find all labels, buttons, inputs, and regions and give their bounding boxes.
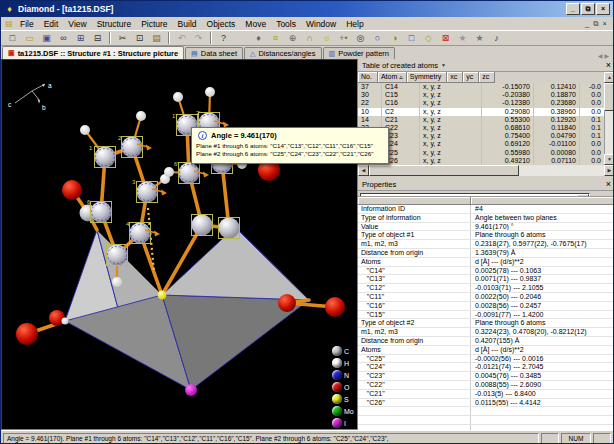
document-tab[interactable]: ▣ ta1215.DSF :: Structure #1 : Structure…: [2, 46, 184, 59]
atom-table-row[interactable]: 23 C22 x, y, z 0.68610 0.11840 0.1: [358, 124, 604, 132]
structure-tool-button[interactable]: ★: [454, 31, 471, 45]
doc-minimize-button[interactable]: _: [585, 19, 589, 29]
menu-item[interactable]: Structure: [92, 19, 137, 29]
menu-item[interactable]: Picture: [136, 19, 172, 29]
menu-item[interactable]: Help: [341, 19, 368, 29]
structure-tool-button[interactable]: ☼: [318, 31, 335, 45]
document-tab[interactable]: ▥ Powder pattern: [323, 47, 396, 59]
scroll-left-icon[interactable]: ◀: [358, 165, 369, 176]
atom-table-row[interactable]: 37 C14 x, y, z -0.15070 0.12410 -0.0: [358, 83, 604, 91]
structure-tool-button[interactable]: ⊕: [284, 31, 301, 45]
structure-tool-button[interactable]: ∩: [301, 31, 318, 45]
column-header[interactable]: No.: [358, 72, 378, 83]
structure-picture-view[interactable]: a b c: [1, 59, 358, 430]
property-row[interactable]: "C12" -0.0103(71) --- 2.1055: [358, 284, 614, 293]
structure-tool-button[interactable]: ¤: [267, 31, 284, 45]
doc-restore-button[interactable]: ⧉: [593, 19, 598, 29]
property-row[interactable]: "C23" 0.0045(76) --- 0.3485: [358, 372, 614, 381]
scroll-up-icon[interactable]: ▲: [604, 72, 614, 83]
structure-tool-button[interactable]: ♦: [250, 31, 267, 45]
structure-tool-button[interactable]: ○: [369, 31, 386, 45]
doc-close-button[interactable]: ×: [603, 19, 607, 29]
properties-panel-header[interactable]: Properties ×: [358, 178, 614, 191]
toolbar-button[interactable]: ▣: [38, 31, 55, 45]
menu-item[interactable]: Build: [173, 19, 202, 29]
property-row[interactable]: Type of object #2 Plane through 6 atoms: [358, 319, 614, 328]
property-row[interactable]: "C11" 0.0022(50) --- 0.2046: [358, 293, 614, 302]
atoms-panel-header[interactable]: Table of created atoms ▼ ×: [358, 59, 614, 72]
column-header[interactable]: Symmetry: [407, 72, 448, 83]
property-row[interactable]: "C24" -0.0121(74) --- 2.7045: [358, 363, 614, 372]
restore-button[interactable]: ⧉: [581, 3, 595, 15]
property-row[interactable]: m1, m2, m3 0.2318(27), 0.5977(22), -0.76…: [358, 240, 614, 249]
toolbar-button[interactable]: ⊞: [72, 31, 89, 45]
toolbar-button[interactable]: ?: [215, 31, 232, 45]
panel-menu-icon[interactable]: ▼: [441, 62, 446, 68]
property-row[interactable]: "C14" 0.0025(78) --- 0.1063: [358, 267, 614, 276]
structure-scene[interactable]: a b c: [2, 60, 359, 431]
scroll-right-icon[interactable]: ▶: [604, 165, 614, 176]
menu-item[interactable]: Move: [240, 19, 271, 29]
toolbar-button[interactable]: ↶: [173, 31, 190, 45]
property-row[interactable]: "C26" 0.0115(55) --- 4.4142: [358, 399, 614, 408]
document-tab[interactable]: ▤ Data sheet: [185, 47, 243, 59]
property-row[interactable]: Distance from origin 0.4207(155) Å: [358, 337, 614, 346]
structure-tool-button[interactable]: ◇: [420, 31, 437, 45]
close-button[interactable]: ×: [596, 3, 610, 15]
column-header[interactable]: zc: [479, 72, 495, 83]
toolbar-button[interactable]: ↷: [190, 31, 207, 45]
property-row[interactable]: Information ID #4: [358, 205, 614, 214]
property-row[interactable]: "C25" -0.0002(56) --- 0.0016: [358, 355, 614, 364]
property-row[interactable]: "C16" 0.0028(56) --- 0.2457: [358, 302, 614, 311]
minimize-button[interactable]: _: [566, 3, 580, 15]
property-row[interactable]: Value 9.461(170) °: [358, 223, 614, 232]
toolbar-button[interactable]: ⊟: [89, 31, 106, 45]
column-header[interactable]: yc: [463, 72, 479, 83]
structure-tool-button[interactable]: □: [403, 31, 420, 45]
column-header[interactable]: Atom▵: [378, 72, 407, 83]
menu-item[interactable]: Objects: [202, 19, 241, 29]
atoms-panel-close-icon[interactable]: ×: [606, 61, 611, 70]
toolbar-button[interactable]: ∞: [55, 31, 72, 45]
structure-tool-button[interactable]: ⊠: [437, 31, 454, 45]
structure-tool-button[interactable]: ♪: [488, 31, 505, 45]
iodine-atom[interactable]: [185, 384, 197, 396]
column-header[interactable]: xc: [447, 72, 463, 83]
property-row[interactable]: Type of information Angle between two pl…: [358, 214, 614, 223]
title-bar[interactable]: ♦ Diamond - [ta1215.DSF] _ ⧉ ×: [1, 1, 613, 17]
property-row[interactable]: Type of object #1 Plane through 6 atoms: [358, 231, 614, 240]
atoms-horizontal-scrollbar[interactable]: ◀ ▶: [358, 165, 614, 176]
property-row[interactable]: "C13" 0.0071(71) --- 0.9837: [358, 275, 614, 284]
document-tab[interactable]: △ Distances/angles: [244, 47, 322, 59]
toolbar-button[interactable]: □: [4, 31, 21, 45]
property-row[interactable]: m1, m2, m3 0.3224(23), 0.4708(20), -0.82…: [358, 328, 614, 337]
toolbar-button[interactable]: ✂: [114, 31, 131, 45]
menu-item[interactable]: File: [15, 19, 39, 29]
menu-item[interactable]: Tools: [271, 19, 301, 29]
tab-scroll-right-icon[interactable]: ▶: [604, 52, 609, 59]
atom-table-row[interactable]: 33 C23 x, y, z 0.75400 0.04790 0.1: [358, 132, 604, 140]
structure-tool-button[interactable]: ★: [471, 31, 488, 45]
property-row[interactable]: [358, 407, 614, 416]
sulfur-atom[interactable]: [158, 291, 167, 300]
tab-scroll-left-icon[interactable]: ◀: [598, 52, 603, 59]
property-row[interactable]: Atoms d [Å] --- (d/s)**2: [358, 258, 614, 267]
properties-panel-close-icon[interactable]: ×: [606, 180, 611, 189]
atom-table-row[interactable]: 34 C25 x, y, z 0.55980 0.00080 0.0: [358, 149, 604, 157]
atom-table-row[interactable]: 14 C21 x, y, z 0.55300 0.12920 0.1: [358, 116, 604, 124]
scrollbar-thumb[interactable]: [604, 83, 614, 111]
toolbar-button[interactable]: ⊡: [131, 31, 148, 45]
structure-tool-button[interactable]: +•: [335, 31, 352, 45]
property-row[interactable]: "C22" 0.0088(55) --- 2.6090: [358, 381, 614, 390]
menu-item[interactable]: Window: [301, 19, 341, 29]
atoms-vertical-scrollbar[interactable]: ▲ ▼: [604, 72, 614, 165]
property-row[interactable]: "C21" -0.013(5) --- 6.8400: [358, 390, 614, 399]
property-row[interactable]: Distance from origin 1.3639(79) Å: [358, 249, 614, 258]
atom-table-row[interactable]: 40 C24 x, y, z 0.69120 -0.01100 0.0: [358, 140, 604, 148]
property-row[interactable]: Atoms d [Å] --- (d/s)**2: [358, 346, 614, 355]
property-row[interactable]: "C15" -0.0091(77) --- 1.4200: [358, 311, 614, 320]
toolbar-button[interactable]: ▤: [148, 31, 165, 45]
scrollbar-thumb[interactable]: [369, 165, 519, 176]
structure-tool-button[interactable]: ◑: [386, 31, 403, 45]
atom-table-row[interactable]: 24 C26 x, y, z 0.49210 0.07110 0.0: [358, 157, 604, 165]
